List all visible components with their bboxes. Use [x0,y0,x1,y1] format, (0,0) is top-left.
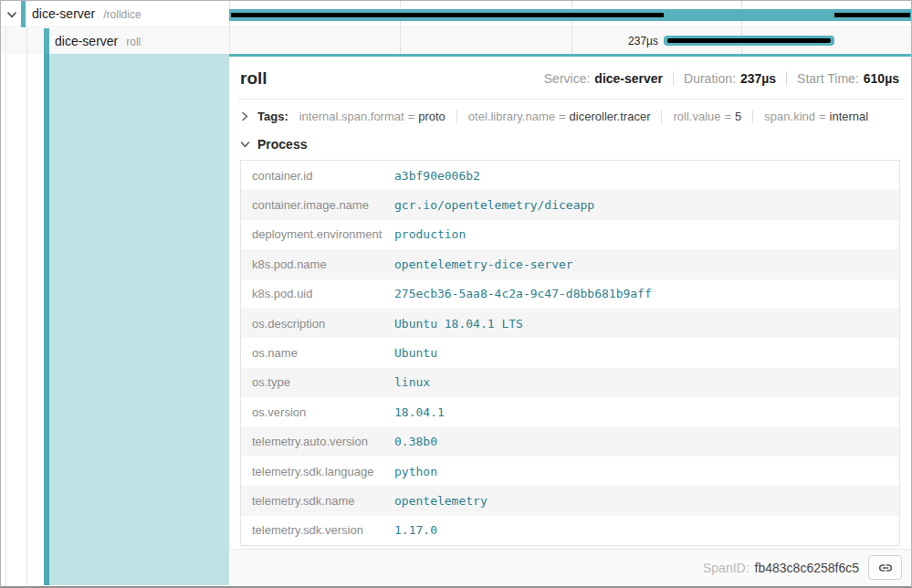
process-heading: Process [257,137,307,152]
detail-header: roll Service: dice-server Duration: 237µ… [229,57,911,99]
indent-guide [5,27,6,585]
value-cell: python [394,465,437,478]
key-cell: deployment.environment [241,227,394,241]
span-color-bar [44,28,49,54]
span-color-bar [21,1,26,27]
operation-name: /rolldice [103,8,141,21]
span-bar-child-overlay [834,13,910,17]
table-row: os.typelinux [241,368,899,397]
span-bar-inner [667,38,831,43]
key-cell: telemetry.sdk.version [241,523,394,537]
table-row: telemetry.auto.version0.38b0 [241,427,899,457]
key-cell: telemetry.sdk.language [241,465,394,478]
table-row: telemetry.sdk.version1.17.0 [241,516,899,545]
spanid-value: fb483c8c6258f6c5 [755,561,859,575]
tag-item: span.kind=internal [764,110,868,123]
tag-key: roll.value [673,110,720,123]
start-time-value: 610µs [864,71,899,86]
tag-value: diceroller.tracer [570,110,651,123]
duration-label: Duration: [684,71,736,86]
spanid-label: SpanID: [703,561,750,575]
table-row: deployment.environmentproduction [241,220,899,249]
table-row: os.version18.04.1 [241,397,899,426]
equals-sign: = [725,110,732,123]
value-cell: 0.38b0 [394,435,437,448]
tag-key: internal.span.format [299,110,404,123]
table-row: os.nameUbuntu [241,338,899,367]
tag-separator [456,110,457,123]
meta-separator [673,71,674,86]
tag-item: otel.library.name=diceroller.tracer [468,110,651,123]
tag-key: span.kind [764,110,815,123]
value-cell: production [394,227,466,241]
detail-footer: SpanID: fb483c8c6258f6c5 [229,549,911,586]
equals-sign: = [819,110,826,123]
tag-item: internal.span.format=proto [299,110,446,123]
key-cell: k8s.pod.uid [241,287,394,300]
chevron-down-icon [240,139,253,150]
service-label: Service: [544,71,591,86]
chevron-down-icon[interactable] [5,8,18,21]
meta-separator [786,71,787,86]
deep-link-button[interactable] [868,555,902,580]
span-bar-rolldice[interactable] [229,9,911,21]
value-cell: gcr.io/opentelemetry/diceapp [394,198,594,212]
process-table: container.ida3bf90e006b2 container.image… [240,160,900,546]
value-cell: a3bf90e006b2 [394,169,480,183]
key-cell: os.description [241,317,394,331]
value-cell: linux [394,375,430,389]
service-name: dice-server [32,6,95,21]
start-time-label: Start Time: [797,71,859,86]
value-cell: 1.17.0 [394,523,437,537]
key-cell: os.version [241,405,394,419]
duration-value: 237µs [740,71,776,86]
service-value: dice-server [594,71,663,86]
span-bar-child-overlay [231,13,664,17]
selected-span-highlight [49,54,229,585]
tag-value: internal [830,110,869,123]
trace-row-roll[interactable]: dice-serverroll 237µs [1,28,911,54]
table-row: telemetry.sdk.languagepython [241,457,899,486]
span-bar-roll[interactable] [664,36,834,46]
span-title: roll [240,68,267,89]
chevron-right-icon [240,111,253,122]
value-cell: opentelemetry-dice-server [394,257,573,271]
key-cell: os.type [241,375,394,389]
trace-row-rolldice[interactable]: dice-server/rolldice [1,1,911,27]
table-row: telemetry.sdk.nameopentelemetry [241,486,899,515]
trace-view: dice-server/rolldice dice-serverroll 237… [0,0,912,588]
tag-item: roll.value=5 [673,110,741,123]
key-cell: container.image.name [241,198,394,212]
indent-guide [26,27,27,585]
key-cell: k8s.pod.name [241,257,394,271]
tag-value: 5 [735,110,741,123]
key-cell: telemetry.sdk.name [241,494,394,508]
equals-sign: = [559,110,566,123]
table-row: container.image.namegcr.io/opentelemetry… [241,190,899,219]
key-cell: telemetry.auto.version [241,435,394,448]
equals-sign: = [408,110,415,123]
span-duration-label: 237µs [229,28,658,54]
value-cell: Ubuntu [394,346,437,360]
tag-separator [752,110,753,123]
value-cell: Ubuntu 18.04.1 LTS [394,317,523,331]
link-icon [878,561,893,575]
table-row: k8s.pod.nameopentelemetry-dice-server [241,249,899,278]
tag-key: otel.library.name [468,110,555,123]
tag-separator [661,110,662,123]
tags-section-toggle[interactable]: Tags: internal.span.format=proto otel.li… [229,100,911,130]
span-detail-panel: roll Service: dice-server Duration: 237µ… [229,54,911,586]
process-section-toggle[interactable]: Process [229,130,911,157]
value-cell: opentelemetry [394,494,487,508]
operation-name: roll [126,36,141,48]
key-cell: container.id [241,169,394,183]
value-cell: 275ecb36-5aa8-4c2a-9c47-d8bb681b9aff [394,287,652,300]
value-cell: 18.04.1 [394,405,445,419]
service-name: dice-server [55,34,118,48]
table-row: container.ida3bf90e006b2 [241,161,899,190]
tags-heading: Tags: [257,110,288,123]
span-meta: Service: dice-server Duration: 237µs Sta… [544,71,899,86]
table-row: os.descriptionUbuntu 18.04.1 LTS [241,309,899,338]
tag-value: proto [418,110,446,123]
key-cell: os.name [241,346,394,360]
